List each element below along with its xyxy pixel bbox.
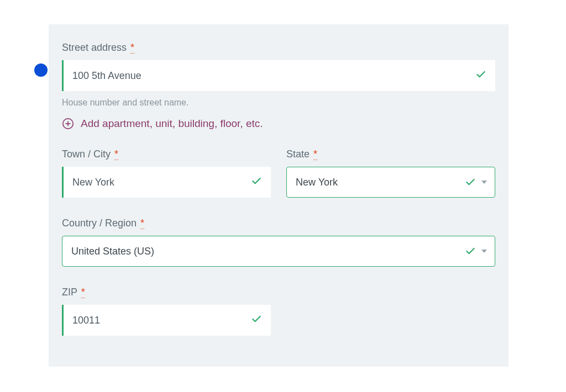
plus-circle-icon (62, 118, 74, 130)
state-col: State * New York (286, 149, 495, 198)
select-icons (465, 177, 487, 188)
city-state-row: Town / City * State * New York (62, 149, 495, 198)
zip-label: ZIP * (62, 287, 271, 298)
country-label: Country / Region * (62, 218, 495, 229)
required-mark: * (140, 218, 144, 229)
required-mark: * (81, 287, 85, 298)
label-text: Street address (62, 42, 127, 53)
add-apartment-text: Add apartment, unit, building, floor, et… (81, 118, 263, 130)
state-select[interactable]: New York (286, 167, 495, 198)
country-block: Country / Region * United States (US) (62, 218, 495, 267)
country-value: United States (US) (71, 246, 154, 257)
street-address-hint: House number and street name. (62, 98, 495, 108)
state-label: State * (286, 149, 495, 160)
zip-block: ZIP * (62, 287, 271, 336)
label-text: Country / Region (62, 218, 137, 229)
checkmark-icon (465, 177, 476, 188)
label-text: State (286, 149, 310, 160)
focus-marker-dot (34, 63, 48, 77)
label-text: Town / City (62, 149, 111, 160)
country-select[interactable]: United States (US) (62, 236, 495, 267)
state-value: New York (296, 177, 338, 188)
address-form-panel: Street address * House number and street… (49, 24, 509, 367)
street-address-input-wrap (62, 60, 495, 91)
city-col: Town / City * (62, 149, 271, 198)
caret-down-icon (481, 181, 487, 184)
required-mark: * (130, 42, 134, 54)
required-mark: * (114, 149, 118, 160)
add-apartment-link[interactable]: Add apartment, unit, building, floor, et… (62, 118, 495, 130)
required-mark: * (313, 149, 317, 160)
zip-input-wrap (62, 305, 271, 336)
city-input-wrap (62, 167, 271, 198)
select-icons (465, 246, 487, 257)
checkmark-icon (465, 246, 476, 257)
street-address-input[interactable] (62, 60, 495, 91)
label-text: ZIP (62, 287, 77, 298)
city-label: Town / City * (62, 149, 271, 160)
city-input[interactable] (62, 167, 271, 198)
zip-input[interactable] (62, 305, 271, 336)
caret-down-icon (481, 250, 487, 253)
street-address-label: Street address * (62, 42, 495, 54)
